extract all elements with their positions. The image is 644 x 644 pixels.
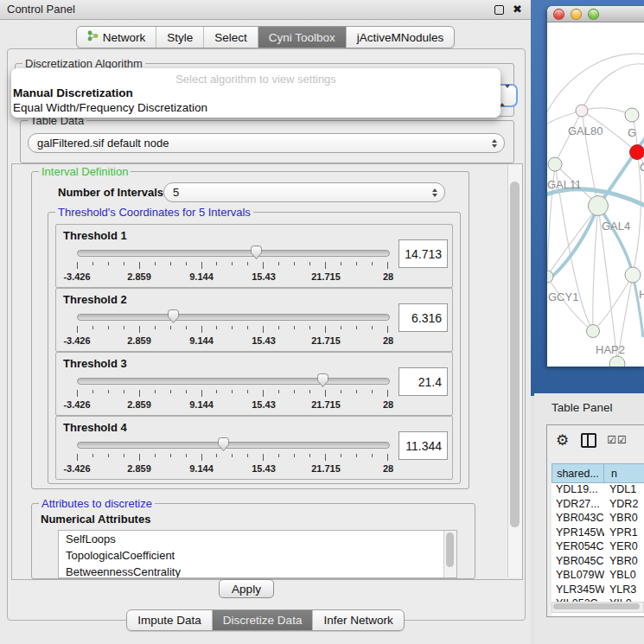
columns-icon[interactable]	[581, 433, 596, 448]
table-row[interactable]: YPR145WYPR1	[552, 526, 644, 541]
thresholds-group: Threshold's Coordinates for 5 Intervals …	[48, 212, 461, 484]
dropdown-option-manual-discretization[interactable]: Manual Discretization	[11, 86, 501, 100]
network-node-gal80[interactable]	[576, 105, 588, 117]
tab-network[interactable]: Network	[77, 27, 156, 48]
number-of-intervals-combobox[interactable]: 5	[163, 182, 445, 202]
threshold-label: Threshold 4	[63, 421, 127, 434]
tab-label: Impute Data	[137, 614, 201, 627]
table-data-combobox[interactable]: galFiltered.sif default node	[28, 133, 505, 153]
tick-mark	[124, 454, 124, 457]
column-header-n[interactable]: n	[604, 463, 644, 483]
table-cell: YBL0	[604, 569, 644, 583]
number-of-intervals-label: Number of Intervals	[58, 186, 163, 199]
tick-mark	[263, 262, 264, 269]
network-node-gal11[interactable]	[548, 157, 562, 171]
settings-scrollbar-thumb[interactable]	[510, 182, 520, 527]
tick-mark	[387, 326, 388, 333]
network-node-c[interactable]	[630, 145, 644, 160]
attribute-item-topologicalcoefficient[interactable]: TopologicalCoefficient	[59, 547, 456, 564]
tab-cyni-toolbox[interactable]: Cyni Toolbox	[258, 27, 346, 48]
network-window-titlebar[interactable]	[547, 6, 644, 22]
column-header-shared-[interactable]: shared...	[552, 463, 604, 483]
tab-label: jActiveMNodules	[357, 31, 444, 44]
network-node-gcy1[interactable]	[547, 271, 553, 283]
tab-jactivemnodules[interactable]: jActiveMNodules	[346, 27, 455, 48]
tab-select[interactable]: Select	[203, 27, 258, 48]
network-node-g[interactable]	[625, 108, 639, 122]
table-cell: YDR2	[604, 498, 644, 513]
apply-button[interactable]: Apply	[219, 579, 274, 598]
tick-mark	[155, 326, 156, 329]
tick-label: 15.43	[252, 335, 276, 346]
tick-mark	[77, 262, 78, 269]
select-checkbox-icons[interactable]: ☑☑	[607, 434, 628, 446]
slider-thumb[interactable]	[167, 309, 180, 324]
gear-icon[interactable]: ⚙	[556, 431, 569, 450]
tick-mark	[309, 262, 310, 265]
tab-style[interactable]: Style	[156, 27, 203, 48]
network-node-gal4[interactable]	[589, 196, 609, 216]
list-scrollbar[interactable]	[443, 531, 456, 577]
tab-impute-data[interactable]: Impute Data	[127, 610, 212, 630]
tick-mark	[77, 326, 78, 333]
network-node[interactable]	[609, 356, 625, 367]
list-scrollbar-thumb[interactable]	[446, 532, 454, 567]
tick-mark	[341, 454, 341, 457]
threshold-value-field[interactable]	[399, 367, 448, 396]
threshold-panel-2: Threshold 2-3.4262.8599.14415.4321.71528	[55, 288, 453, 352]
slider-thumb[interactable]	[217, 437, 230, 452]
tab-discretize-data[interactable]: Discretize Data	[212, 610, 313, 630]
table-row[interactable]: YBL079WYBL0	[552, 569, 644, 583]
tick-mark	[92, 262, 93, 265]
table-scrollbar-thumb[interactable]	[553, 603, 640, 609]
tick-mark	[294, 390, 295, 393]
float-window-icon[interactable]	[494, 5, 504, 15]
threshold-panel-4: Threshold 4-3.4262.8599.14415.4321.71528	[55, 416, 453, 480]
slider-track[interactable]	[77, 314, 390, 321]
tick-label: 28	[383, 463, 393, 474]
network-edge	[547, 206, 598, 283]
tick-mark	[232, 326, 233, 329]
table-row[interactable]: YER054CYER0	[552, 540, 644, 555]
slider-tick-labels: -3.4262.8599.14415.4321.71528	[77, 271, 388, 282]
table-cell: YDL1	[604, 483, 644, 498]
table-row[interactable]: YBR043CYBR0	[552, 512, 644, 526]
slider-track[interactable]	[77, 378, 390, 385]
slider-track[interactable]	[77, 250, 390, 257]
network-icon	[87, 30, 99, 44]
network-canvas[interactable]: GAL80GCGAL11GAL4GCY1HHAP2	[547, 22, 644, 367]
tab-infer-network[interactable]: Infer Network	[312, 610, 403, 630]
table-cell: YER0	[604, 540, 644, 555]
threshold-value-field[interactable]	[399, 303, 448, 332]
close-window-icon[interactable]	[553, 9, 564, 20]
network-edge	[547, 277, 593, 331]
settings-vertical-scrollbar[interactable]	[507, 164, 522, 577]
threshold-value-field[interactable]	[399, 239, 448, 268]
tab-label: Infer Network	[323, 614, 392, 627]
network-node-h[interactable]	[625, 267, 641, 283]
slider-thumb[interactable]	[316, 373, 329, 388]
table-row[interactable]: YDR27...YDR2	[552, 498, 644, 513]
threshold-value-field[interactable]	[399, 431, 448, 460]
attribute-item-selfloops[interactable]: SelfLoops	[59, 531, 456, 547]
close-panel-icon[interactable]: ✖	[513, 0, 522, 19]
network-node-hap2[interactable]	[587, 325, 600, 338]
table-horizontal-scrollbar[interactable]	[552, 602, 644, 613]
table-row[interactable]: YLR345WYLR3	[552, 583, 644, 598]
node-label: GAL4	[602, 220, 630, 233]
zoom-window-icon[interactable]	[588, 9, 599, 20]
table-cell: YDR27...	[552, 498, 604, 513]
table-row[interactable]: YDL19...YDL1	[552, 483, 644, 498]
slider-track[interactable]	[77, 442, 390, 449]
tick-mark	[309, 326, 310, 329]
attribute-item-betweennesscentrality[interactable]: BetweennessCentrality	[59, 564, 456, 578]
tick-mark	[201, 390, 202, 397]
panel-title: Control Panel	[7, 0, 75, 19]
tick-mark	[263, 454, 264, 461]
slider-2: -3.4262.8599.14415.4321.71528	[77, 312, 388, 345]
dropdown-option-equal-width-frequency[interactable]: Equal Width/Frequency Discretization	[11, 100, 501, 115]
slider-ticks	[77, 390, 388, 397]
slider-thumb[interactable]	[250, 245, 263, 260]
table-row[interactable]: YBR045CYBR0	[552, 555, 644, 570]
minimize-window-icon[interactable]	[571, 9, 582, 20]
